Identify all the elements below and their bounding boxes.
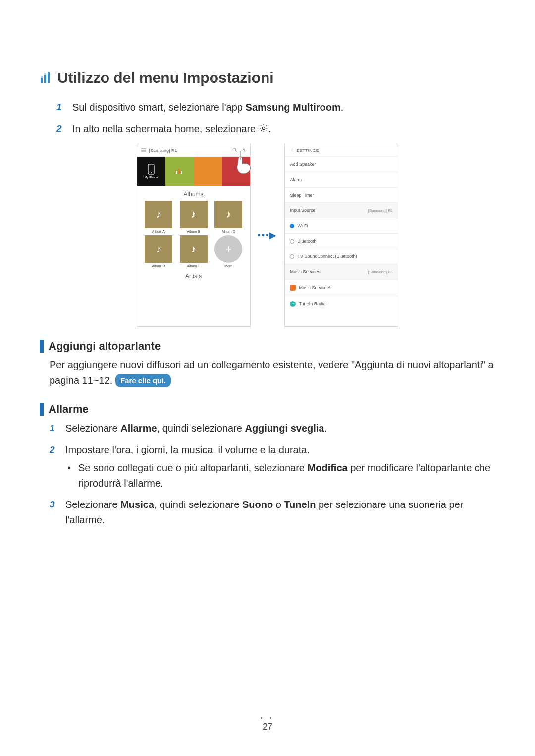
label: Album A bbox=[152, 230, 165, 233]
source-tile bbox=[194, 157, 222, 186]
alarm-step-2: 2 Impostare l'ora, i giorni, la musica, … bbox=[50, 442, 495, 491]
h2-alarm: Allarme bbox=[40, 403, 495, 416]
gear-icon bbox=[259, 122, 268, 138]
radio-off-icon bbox=[290, 239, 294, 244]
section-artists: Artists bbox=[137, 268, 250, 283]
hamburger-icon bbox=[141, 148, 146, 153]
step-number: 1 bbox=[56, 100, 63, 115]
label: Bluetooth bbox=[297, 239, 316, 244]
heading-text: Allarme bbox=[49, 403, 89, 416]
text: Impostare l'ora, i giorni, la musica, il… bbox=[65, 444, 310, 455]
alarm-step-3: 3 Selezionare Musica, quindi selezionare… bbox=[50, 497, 495, 528]
label: Music Service A bbox=[299, 285, 330, 290]
page-number-value: 27 bbox=[263, 722, 272, 732]
settings-item-bluetooth: Bluetooth bbox=[285, 234, 398, 249]
heading-bar-icon bbox=[40, 340, 44, 353]
label: TV SoundConnect (Bluetooth) bbox=[297, 254, 357, 259]
step-number: 2 bbox=[50, 442, 56, 491]
text: . bbox=[268, 123, 271, 134]
chevron-left-icon: 〈 bbox=[289, 147, 293, 153]
bullet-dot: • bbox=[67, 460, 73, 491]
phone-settings-screen: 〈 SETTINGS Add Speaker Alarm Sleep Timer… bbox=[284, 144, 398, 327]
bold: Allarme bbox=[120, 423, 157, 434]
click-here-link[interactable]: Fare clic qui. bbox=[115, 374, 171, 387]
text: Se sono collegati due o più altoparlanti… bbox=[78, 462, 308, 473]
heading-text: Aggiungi altoparlante bbox=[49, 340, 160, 353]
text: Selezionare bbox=[65, 423, 120, 434]
intro-step-1: 1 Sul dispositivo smart, selezionare l'a… bbox=[56, 100, 495, 115]
album-item: ♪Album E bbox=[177, 235, 210, 268]
label: Add Speaker bbox=[290, 162, 316, 167]
settings-item-tunein: +TuneIn Radio bbox=[285, 296, 398, 312]
settings-item-wifi: Wi-Fi bbox=[285, 218, 398, 234]
text: . bbox=[341, 102, 344, 113]
settings-title: SETTINGS bbox=[296, 148, 319, 153]
tunein-icon: + bbox=[290, 301, 296, 307]
radio-on-icon bbox=[290, 224, 294, 228]
heading-bar-icon bbox=[40, 403, 44, 416]
step-number: 2 bbox=[56, 121, 63, 138]
hand-pointer-icon bbox=[233, 150, 256, 176]
intro-step-2: 2 In alto nella schermata home, selezion… bbox=[56, 121, 495, 138]
sublabel: [Samsung] R1 bbox=[368, 208, 393, 213]
album-item: ♪Album D bbox=[142, 235, 175, 268]
bold: Musica bbox=[120, 499, 154, 510]
text: In alto nella schermata home, selezionar… bbox=[72, 123, 259, 134]
step-body: Selezionare Allarme, quindi selezionare … bbox=[65, 421, 327, 436]
settings-item-add-speaker: Add Speaker bbox=[285, 157, 398, 172]
page-number: • • 27 bbox=[0, 715, 535, 732]
svg-point-5 bbox=[262, 127, 265, 129]
step-body: In alto nella schermata home, selezionar… bbox=[72, 121, 271, 138]
step-number: 3 bbox=[50, 497, 56, 528]
text: , quindi selezionare bbox=[157, 423, 245, 434]
step-body: Sul dispositivo smart, selezionare l'app… bbox=[72, 100, 343, 115]
settings-item-alarm: Alarm bbox=[285, 172, 398, 188]
h1-heading: Utilizzo del menu Impostazioni bbox=[40, 69, 495, 86]
add-speaker-paragraph: Per aggiungere nuovi diffusori ad un col… bbox=[50, 357, 495, 388]
label: Alarm bbox=[290, 177, 302, 182]
h1-title: Utilizzo del menu Impostazioni bbox=[57, 69, 274, 86]
label: Wi-Fi bbox=[297, 223, 308, 228]
label: Music Services bbox=[290, 269, 320, 274]
bold: Suono bbox=[242, 499, 273, 510]
label: Input Source bbox=[290, 208, 315, 213]
bold: Modifica bbox=[308, 462, 348, 473]
label: Album E bbox=[187, 264, 200, 268]
bar-chart-icon bbox=[40, 71, 53, 84]
album-item: ♪Album C bbox=[212, 201, 245, 233]
settings-item-sleep-timer: Sleep Timer bbox=[285, 188, 398, 203]
bold: Aggiungi sveglia bbox=[245, 423, 324, 434]
settings-item-input-source: Input Source [Samsung] R1 bbox=[285, 203, 398, 218]
label: Sleep Timer bbox=[290, 193, 314, 198]
source-tile-phone: My Phone bbox=[137, 157, 165, 186]
source-tile bbox=[165, 157, 194, 186]
svg-rect-0 bbox=[41, 78, 43, 83]
svg-rect-2 bbox=[48, 72, 50, 83]
service-icon bbox=[290, 285, 296, 291]
settings-item-tvsc: TV SoundConnect (Bluetooth) bbox=[285, 249, 398, 264]
app-name: Samsung Multiroom bbox=[246, 102, 341, 113]
step-number: 1 bbox=[50, 421, 56, 436]
arrow-icon: •••▶ bbox=[258, 230, 278, 241]
step-body: Impostare l'ora, i giorni, la musica, il… bbox=[65, 442, 495, 491]
album-more: +More bbox=[212, 235, 245, 268]
label: Album B bbox=[187, 230, 200, 233]
section-albums: Albums bbox=[137, 186, 250, 201]
page-dots: • • bbox=[0, 715, 535, 721]
text: , quindi selezionare bbox=[154, 499, 242, 510]
bullet-text: Se sono collegati due o più altoparlanti… bbox=[78, 460, 495, 491]
text: o bbox=[273, 499, 284, 510]
settings-item-music-services: Music Services [Samsung] R1 bbox=[285, 264, 398, 280]
bold: TuneIn bbox=[284, 499, 316, 510]
text: Sul dispositivo smart, selezionare l'app bbox=[72, 102, 246, 113]
phone-home-screen: [Samsung] R1 My Phone bbox=[137, 144, 251, 327]
svg-rect-3 bbox=[41, 76, 43, 78]
device-title: [Samsung] R1 bbox=[149, 148, 229, 153]
triangle: ▶ bbox=[269, 230, 277, 240]
text: Selezionare bbox=[65, 499, 120, 510]
dots: ••• bbox=[258, 230, 270, 240]
radio-off-icon bbox=[290, 254, 294, 259]
text: . bbox=[324, 423, 327, 434]
h2-add-speaker: Aggiungi altoparlante bbox=[40, 340, 495, 353]
bullet-item: • Se sono collegati due o più altoparlan… bbox=[67, 460, 495, 491]
